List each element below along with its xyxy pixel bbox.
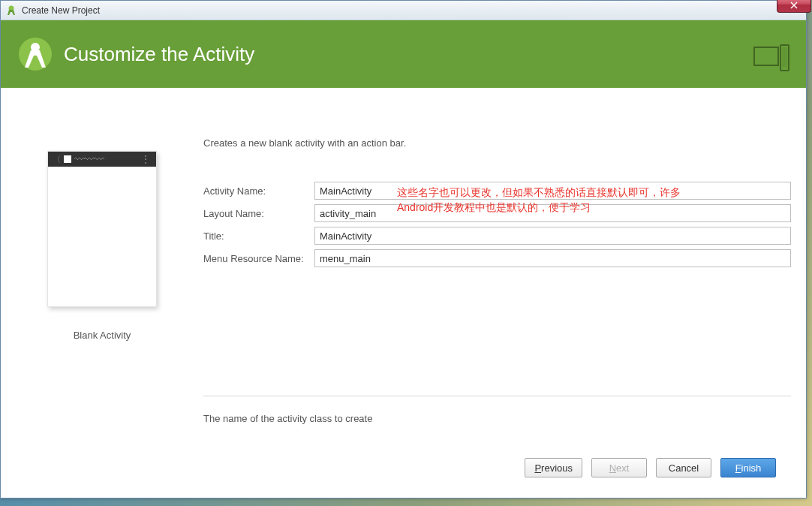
helper-region: The name of the activity class to create xyxy=(203,396,791,454)
wizard-content: 〈 〰〰〰 ⋮ Blank Activity Creates a new bla… xyxy=(1,88,806,498)
titlebar: Create New Project xyxy=(1,1,806,20)
android-studio-logo-icon xyxy=(17,36,53,72)
close-button[interactable] xyxy=(777,0,811,13)
label-title: Title: xyxy=(203,230,314,242)
preview-label: Blank Activity xyxy=(74,330,131,341)
overflow-menu-icon: ⋮ xyxy=(140,153,152,165)
row-title: Title: xyxy=(203,227,791,245)
input-menu-resource[interactable] xyxy=(314,249,791,267)
previous-button[interactable]: Previous xyxy=(525,458,582,477)
form-column: Creates a new blank activity with an act… xyxy=(203,106,791,390)
input-activity-name[interactable] xyxy=(314,182,791,200)
finish-button[interactable]: Finish xyxy=(720,458,776,477)
helper-text: The name of the activity class to create xyxy=(203,413,791,424)
input-layout-name[interactable] xyxy=(314,204,791,222)
label-layout-name: Layout Name: xyxy=(203,208,314,219)
dialog-window: Create New Project Customize the Activit… xyxy=(0,0,807,498)
activity-preview: 〈 〰〰〰 ⋮ xyxy=(47,151,157,307)
input-title[interactable] xyxy=(314,227,791,245)
row-menu-resource: Menu Resource Name: xyxy=(203,249,791,267)
svg-rect-5 xyxy=(782,47,787,67)
svg-rect-3 xyxy=(754,47,778,65)
cancel-button[interactable]: Cancel xyxy=(656,458,711,477)
label-activity-name: Activity Name: xyxy=(203,185,314,197)
wizard-heading: Customize the Activity xyxy=(64,43,254,66)
back-chevron-icon: 〈 xyxy=(53,154,61,165)
preview-column: 〈 〰〰〰 ⋮ Blank Activity xyxy=(16,106,188,390)
app-icon-placeholder xyxy=(64,155,71,163)
next-button[interactable]: Next xyxy=(591,458,647,477)
row-layout-name: Layout Name: xyxy=(203,204,791,222)
wizard-footer: Previous Next Cancel Finish xyxy=(16,454,791,490)
row-activity-name: Activity Name: xyxy=(203,182,791,200)
preview-actionbar: 〈 〰〰〰 ⋮ xyxy=(48,152,156,167)
wizard-header: Customize the Activity xyxy=(1,20,806,88)
android-studio-icon xyxy=(5,5,17,17)
label-menu-resource: Menu Resource Name: xyxy=(203,253,314,264)
device-icon xyxy=(753,44,789,74)
activity-description: Creates a new blank activity with an act… xyxy=(203,137,791,149)
title-placeholder-icon: 〰〰〰 xyxy=(74,153,137,165)
window-title: Create New Project xyxy=(22,5,100,16)
